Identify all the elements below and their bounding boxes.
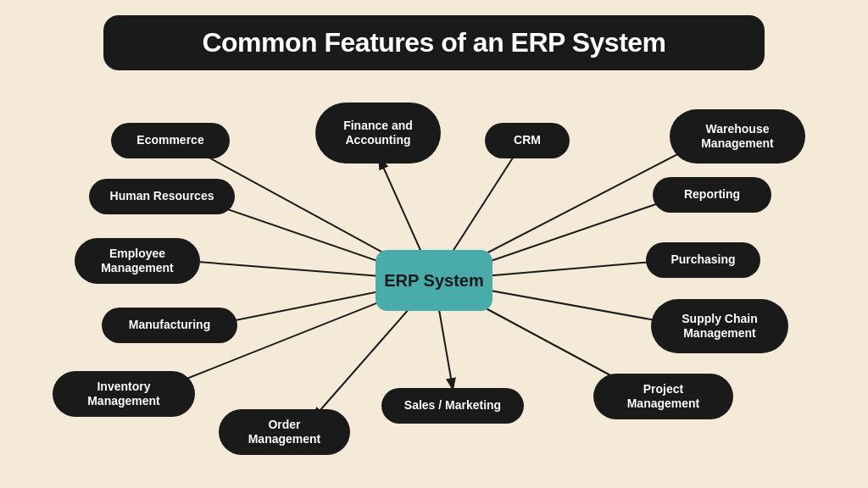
node-sales: Sales / Marketing	[381, 388, 524, 424]
node-purchasing: Purchasing	[646, 242, 760, 278]
node-inventory: Inventory Management	[53, 371, 195, 417]
node-reporting: Reporting	[653, 177, 771, 213]
node-employee: Employee Management	[75, 238, 200, 284]
page-title: Common Features of an ERP System	[129, 27, 739, 58]
title-banner: Common Features of an ERP System	[103, 15, 765, 70]
node-hr: Human Resources	[89, 179, 235, 214]
node-order: Order Management	[219, 409, 350, 455]
node-crm: CRM	[485, 123, 570, 158]
diagram-area: ERP System Ecommerce CRM Warehouse Manag…	[0, 79, 868, 482]
node-manufacturing: Manufacturing	[102, 308, 237, 343]
node-project: Project Management	[593, 374, 733, 419]
node-supplychain: Supply Chain Management	[651, 299, 788, 353]
node-ecommerce: Ecommerce	[111, 123, 230, 158]
node-finance: Finance and Accounting	[315, 103, 441, 164]
erp-center-node: ERP System	[376, 250, 492, 311]
node-warehouse: Warehouse Management	[670, 109, 805, 164]
